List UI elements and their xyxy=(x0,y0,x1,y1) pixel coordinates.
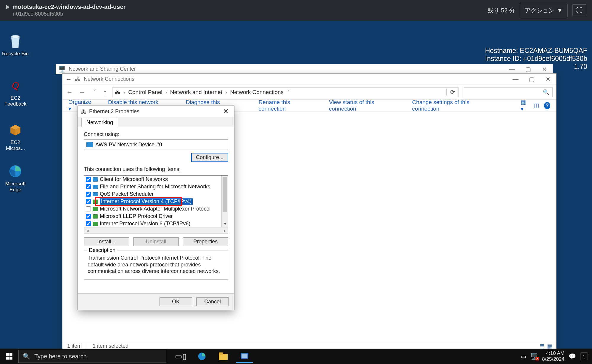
dialog-titlebar[interactable]: 🖧 Ethernet 2 Properties ✕ xyxy=(78,106,234,117)
fullscreen-icon: ⛶ xyxy=(576,7,583,14)
connection-item-checkbox[interactable] xyxy=(86,184,91,189)
task-edge[interactable] xyxy=(194,350,210,363)
highlight-annotation xyxy=(95,197,182,206)
refresh-icon[interactable]: ⟳ xyxy=(446,89,458,96)
task-control-panel[interactable] xyxy=(236,350,253,363)
desktop-area[interactable]: Recycle Bin Q EC2 Feedback EC2 Micros...… xyxy=(0,21,592,349)
search-icon: 🔍 xyxy=(23,353,30,360)
scroll-thumb[interactable] xyxy=(223,177,227,212)
start-button[interactable] xyxy=(0,349,18,364)
tab-networking[interactable]: Networking xyxy=(81,118,118,127)
close-button[interactable]: ✕ xyxy=(536,66,553,73)
fullscreen-button[interactable]: ⛶ xyxy=(572,4,586,16)
breadcrumb-item[interactable]: Control Panel xyxy=(128,89,162,96)
edge-icon xyxy=(7,163,24,180)
toolbar-view-status[interactable]: View status of this connection xyxy=(329,99,398,112)
window-controls: — ▢ ✕ xyxy=(504,66,553,73)
toolbar-view-icons: ▦ ▾ ◫ ? xyxy=(521,99,550,112)
desktop-icon-ec2-feedback[interactable]: Q EC2 Feedback xyxy=(1,77,30,107)
status-item-count: 1 item xyxy=(67,343,82,349)
breadcrumb-item[interactable]: Network and Internet xyxy=(170,89,222,96)
connection-item-checkbox[interactable] xyxy=(86,214,91,219)
desktop-icon-edge[interactable]: Microsoft Edge xyxy=(1,163,30,193)
connection-item[interactable]: Microsoft Network Adapter Multiplexor Pr… xyxy=(84,205,221,213)
connection-item[interactable]: Client for Microsoft Networks xyxy=(84,176,221,183)
task-file-explorer[interactable] xyxy=(215,350,231,363)
dialog-ethernet-properties[interactable]: 🖧 Ethernet 2 Properties ✕ Networking Con… xyxy=(78,106,234,310)
properties-button[interactable]: Properties xyxy=(183,237,228,246)
vertical-scrollbar[interactable]: ▴ ▾ xyxy=(221,176,228,227)
status-divider xyxy=(87,343,87,349)
scroll-down-icon[interactable]: ▾ xyxy=(222,221,228,227)
window-network-sharing-center[interactable]: 🖥️ Network and Sharing Center — ▢ ✕ xyxy=(56,64,553,74)
cancel-button[interactable]: Cancel xyxy=(196,297,229,306)
time-remaining: 残り 52 分 xyxy=(488,7,515,14)
close-button[interactable]: ✕ xyxy=(540,76,556,83)
back-arrow-icon[interactable]: ← xyxy=(65,75,72,83)
connection-item-checkbox[interactable] xyxy=(86,206,91,211)
desktop-icon-label: EC2 Feedback xyxy=(1,95,30,107)
breadcrumb-bar[interactable]: 🖧 › Control Panel › Network and Internet… xyxy=(112,87,459,97)
view-options-icon[interactable]: ▦ ▾ xyxy=(521,99,529,112)
configure-button[interactable]: Configure... xyxy=(191,153,228,162)
nc-titlebar[interactable]: ← 🖧 Network Connections — ▢ ✕ xyxy=(62,74,556,85)
toolbar-change-settings[interactable]: Change settings of this connection xyxy=(412,99,492,112)
adapter-field[interactable]: AWS PV Network Device #0 xyxy=(84,139,228,150)
ok-button[interactable]: OK xyxy=(160,297,192,306)
tray-clock[interactable]: 4:10 AM 8/25/2024 xyxy=(542,350,564,362)
connection-item[interactable]: Internet Protocol Version 6 (TCP/IPv6) xyxy=(84,220,221,227)
session-title: mototsuka-ec2-windows-ad-dev-ad-user xyxy=(12,4,126,10)
task-view-button[interactable]: ▭▯ xyxy=(172,350,189,363)
nav-back-icon[interactable]: ← xyxy=(66,88,73,96)
minimize-button[interactable]: — xyxy=(507,76,524,83)
nav-forward-icon[interactable]: → xyxy=(78,88,86,96)
connection-item[interactable]: Microsoft LLDP Protocol Driver xyxy=(84,213,221,220)
network-error-badge: ✕ xyxy=(535,357,539,360)
tray-date: 8/25/2024 xyxy=(542,356,564,362)
maximize-button[interactable]: ▢ xyxy=(520,66,536,73)
minimize-button[interactable]: — xyxy=(504,66,520,73)
breadcrumb-item[interactable]: Network Connections xyxy=(230,89,284,96)
box-icon xyxy=(7,121,24,138)
help-icon[interactable]: ? xyxy=(544,102,550,109)
scroll-left-icon[interactable]: ◂ xyxy=(84,227,91,234)
toolbar-rename[interactable]: Rename this connection xyxy=(258,99,315,112)
svg-point-0 xyxy=(11,35,20,38)
connect-using-label: Connect using: xyxy=(84,131,228,137)
connection-item-checkbox[interactable] xyxy=(86,199,91,204)
horizontal-scrollbar[interactable]: ◂ ▸ xyxy=(84,227,228,234)
connection-item-label: Internet Protocol Version 6 (TCP/IPv6) xyxy=(100,221,190,227)
notifications-icon[interactable]: 💬 xyxy=(569,353,576,360)
items-label: This connection uses the following items… xyxy=(84,166,228,172)
connection-items-list[interactable]: Client for Microsoft NetworksFile and Pr… xyxy=(84,175,228,234)
taskbar-search[interactable]: 🔍 Type here to search xyxy=(18,350,166,363)
connection-item-label: QoS Packet Scheduler xyxy=(100,191,154,197)
desktop-icon-recycle-bin[interactable]: Recycle Bin xyxy=(1,33,30,57)
connection-item[interactable]: Internet Protocol Version 4 (TCP/IPv4) xyxy=(84,198,221,205)
connection-item[interactable]: File and Printer Sharing for Microsoft N… xyxy=(84,183,221,190)
close-button[interactable]: ✕ xyxy=(221,107,231,116)
nav-recent-icon[interactable]: ˅ xyxy=(91,88,98,96)
preview-pane-icon[interactable]: ◫ xyxy=(534,102,539,109)
install-button[interactable]: Install... xyxy=(84,237,129,246)
nav-up-icon[interactable]: ↑ xyxy=(103,88,107,96)
scroll-right-icon[interactable]: ▸ xyxy=(221,227,228,234)
desktop-icon-ec2-micros[interactable]: EC2 Micros... xyxy=(1,121,30,151)
connection-item-label: File and Printer Sharing for Microsoft N… xyxy=(100,184,210,190)
connection-item-checkbox[interactable] xyxy=(86,221,91,226)
taskbar[interactable]: 🔍 Type here to search ▭▯ ▭ 🖥️✕ 4:10 AM 8… xyxy=(0,349,592,364)
action-button[interactable]: アクション ▼ xyxy=(520,4,568,17)
search-input[interactable]: 🔍 xyxy=(464,87,553,97)
notification-badge[interactable]: 1 xyxy=(580,352,588,360)
connection-item-checkbox[interactable] xyxy=(86,177,91,182)
tray-overflow-icon[interactable]: ▭ xyxy=(521,353,526,360)
network-tray-icon[interactable]: 🖥️✕ xyxy=(530,353,538,360)
task-icons: ▭▯ xyxy=(172,350,253,363)
maximize-button[interactable]: ▢ xyxy=(524,76,540,83)
dialog-buttons: OK Cancel xyxy=(78,293,234,310)
connection-item-checkbox[interactable] xyxy=(86,192,91,197)
svg-rect-7 xyxy=(6,357,9,360)
description-text: Transmission Control Protocol/Internet P… xyxy=(88,255,224,275)
breadcrumb-dropdown-icon[interactable]: ˅ xyxy=(287,89,290,96)
protocol-icon xyxy=(93,177,98,182)
